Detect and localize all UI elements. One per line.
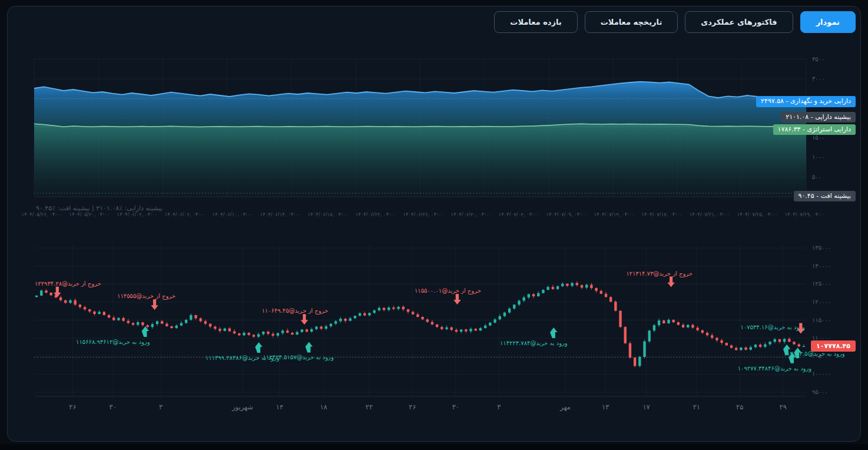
svg-text:۱۸: ۱۸ <box>320 403 327 411</box>
svg-text:۱۴۰۴/۰۶/۰۶, ۰۴:۰۰: ۱۴۰۴/۰۶/۰۶, ۰۴:۰۰ <box>165 211 206 217</box>
svg-text:۱۴۰۴/۰۶/۱۸, ۰۴:۰۰: ۱۴۰۴/۰۶/۱۸, ۰۴:۰۰ <box>308 211 349 217</box>
sell-arrow-icon <box>151 299 158 310</box>
svg-text:۳۰۰۰: ۳۰۰۰ <box>812 75 824 82</box>
svg-text:۲۹: ۲۹ <box>779 403 786 411</box>
svg-text:۱۴۰۴/۰۵/۳۰, ۰۴:۰۰: ۱۴۰۴/۰۵/۳۰, ۰۴:۰۰ <box>69 211 110 217</box>
trade-annotation-label: خروج از خرید@۱۱۵۵۰۰.۰۱ <box>415 287 481 295</box>
svg-text:۹۵۰۰۰: ۹۵۰۰۰ <box>812 389 828 395</box>
svg-text:۱۰۰۰۰۰: ۱۰۰۰۰۰ <box>812 370 831 377</box>
trade-annotation-label: ورود به خرید@۱۱۲۴۲۴.۵۱۵۷ <box>263 354 334 361</box>
buy-arrow-icon <box>142 326 149 337</box>
tab-chart[interactable]: نمودار <box>800 11 856 33</box>
price-grid: ۱۳۵۰۰۰۱۳۰۰۰۰۱۲۵۰۰۰۱۲۰۰۰۰۱۱۵۰۰۰۱۱۰۰۰۰۱۰۵۰… <box>34 244 831 412</box>
svg-text:۳۰: ۳۰ <box>452 403 459 411</box>
buy-arrow-icon <box>306 342 313 352</box>
sell-arrow-icon <box>667 277 674 287</box>
svg-text:۱۴۰۴/۰۶/۲۶, ۰۴:۰۰: ۱۴۰۴/۰۶/۲۶, ۰۴:۰۰ <box>403 211 444 217</box>
svg-text:۲۵۰۰: ۲۵۰۰ <box>812 95 824 101</box>
svg-text:۲۰۰۰: ۲۰۰۰ <box>812 115 824 121</box>
svg-text:۱۱۵۰۰۰: ۱۱۵۰۰۰ <box>812 317 831 323</box>
trade-annotation-label: ورود به خرید@۱۰۹۲۷۷.۳۴۸۴۶ <box>738 365 812 372</box>
svg-text:۱۳: ۱۳ <box>602 403 609 411</box>
last-price-badge: ۱۰۷۷۷۸.۴۵ <box>811 340 856 352</box>
trade-annotation-label: خروج از خرید@۱۱۴۵۵۵ <box>117 293 175 300</box>
svg-text:۵۰۰: ۵۰۰ <box>812 174 821 180</box>
svg-text:۲۶: ۲۶ <box>409 403 416 411</box>
trade-annotation-label: خروج از خرید@۱۲۱۳۱۴.۷۳ <box>626 270 693 277</box>
svg-text:۱۴۰۴/۰۶/۱۴, ۰۴:۰۰: ۱۴۰۴/۰۶/۱۴, ۰۴:۰۰ <box>260 211 301 217</box>
svg-text:۱۴۰۴/۰۶/۳۰, ۰۴:۰۰: ۱۴۰۴/۰۶/۳۰, ۰۴:۰۰ <box>451 211 492 217</box>
bottom-strip <box>0 444 868 450</box>
tab-bar: نمودارفاکتورهای عملکردیتاریخچه معاملاتبا… <box>494 11 856 33</box>
svg-text:شهریور: شهریور <box>231 403 253 412</box>
svg-text:۱۷: ۱۷ <box>642 403 650 411</box>
svg-text:۳: ۳ <box>159 403 163 411</box>
equity-summary: بیشینه دارایی: ٪۲۱۰۱.۰۸ | بیشینه افت: ٪۹… <box>36 204 163 212</box>
svg-text:۱۴۰۴/۰۷/۲۱, ۰۴:۰۰: ۱۴۰۴/۰۷/۲۱, ۰۴:۰۰ <box>690 211 730 217</box>
svg-text:۱۳۵۰۰۰: ۱۳۵۰۰۰ <box>812 244 831 251</box>
trade-annotation-label: ورود به خرید@۱۱۵۶۶۸.۹۳۶۱۲ <box>76 339 150 346</box>
trade-annotations: خروج از خرید@۱۲۲۹۳۴.۲۸ورود به خرید@۱۱۵۶۶… <box>35 270 845 372</box>
svg-text:۳۵۰۰: ۳۵۰۰ <box>812 56 824 62</box>
svg-text:۱۴۰۴/۰۷/۲۵, ۰۴:۰۰: ۱۴۰۴/۰۷/۲۵, ۰۴:۰۰ <box>737 211 778 217</box>
sell-arrow-icon <box>301 314 308 325</box>
trade-annotation-label: ورود به خرید@۱۱۴۲۲۳.۷۸۴ <box>500 340 568 347</box>
trade-annotation-label: ورود به خرید@۱۱۳۰۰۳.۵ <box>784 350 845 358</box>
svg-text:۳: ۳ <box>497 403 501 411</box>
svg-text:۱۴۰۴/۰۷/۱۳, ۰۴:۰۰: ۱۴۰۴/۰۷/۱۳, ۰۴:۰۰ <box>594 211 635 217</box>
svg-text:۱۴۰۴/۰۶/۲۲, ۰۴:۰۰: ۱۴۰۴/۰۶/۲۲, ۰۴:۰۰ <box>356 211 396 217</box>
trade-annotation-label: ورود به خرید@۱۰۷۵۳۴.۱۶ <box>741 324 806 331</box>
buy-arrow-icon <box>550 327 557 338</box>
svg-text:۱۴۰۴/۰۶/۰۲, ۰۴:۰۰: ۱۴۰۴/۰۶/۰۲, ۰۴:۰۰ <box>117 211 158 217</box>
svg-text:۱۴۰۴/۰۷/۰۳, ۰۴:۰۰: ۱۴۰۴/۰۷/۰۳, ۰۴:۰۰ <box>499 211 539 217</box>
svg-text:۲۲: ۲۲ <box>366 403 373 411</box>
tab-trade-returns[interactable]: بازده معاملات <box>494 11 577 33</box>
tab-performance-factors[interactable]: فاکتورهای عملکردی <box>685 11 793 33</box>
svg-text:۱۰۰۰: ۱۰۰۰ <box>812 154 824 160</box>
equity-series <box>34 82 806 197</box>
svg-text:۱۴۰۴/۰۶/۱۰, ۰۴:۰۰: ۱۴۰۴/۰۶/۱۰, ۰۴:۰۰ <box>213 211 253 217</box>
sell-arrow-icon <box>453 294 460 305</box>
svg-text:مهر: مهر <box>559 403 571 412</box>
svg-text:۱۳۰۰۰۰: ۱۳۰۰۰۰ <box>812 263 831 269</box>
svg-text:۱۲۵۰۰۰: ۱۲۵۰۰۰ <box>812 280 831 287</box>
svg-text:۱۴: ۱۴ <box>276 403 283 411</box>
equity-chart[interactable]: ۳۵۰۰۳۰۰۰۲۵۰۰۲۰۰۰۱۵۰۰۱۰۰۰۵۰۰۱۴۰۴/۰۵/۲۶, ۰… <box>8 42 860 224</box>
dashboard-panel: نمودارفاکتورهای عملکردیتاریخچه معاملاتبا… <box>7 6 861 442</box>
svg-text:۳۰: ۳۰ <box>110 403 117 411</box>
svg-text:۱۵۰۰: ۱۵۰۰ <box>812 134 824 141</box>
svg-text:۲۶: ۲۶ <box>69 403 76 411</box>
svg-text:۱۴۰۴/۰۷/۱۷, ۰۴:۰۰: ۱۴۰۴/۰۷/۱۷, ۰۴:۰۰ <box>642 211 683 217</box>
trade-annotation-label: خروج از خرید@۱۱۰۶۴۹.۴۵ <box>261 307 328 315</box>
svg-text:۲۵: ۲۵ <box>736 403 743 411</box>
buy-arrow-icon <box>255 342 262 353</box>
svg-text:۱۲۰۰۰۰: ۱۲۰۰۰۰ <box>812 299 831 305</box>
tab-trade-history[interactable]: تاریخچه معاملات <box>585 11 678 33</box>
svg-text:۲۱: ۲۱ <box>693 403 700 411</box>
price-chart[interactable]: ۱۳۵۰۰۰۱۳۰۰۰۰۱۲۵۰۰۰۱۲۰۰۰۰۱۱۵۰۰۰۱۱۰۰۰۰۱۰۵۰… <box>8 236 860 431</box>
svg-text:۱۴۰۴/۰۵/۲۶, ۰۴:۰۰: ۱۴۰۴/۰۵/۲۶, ۰۴:۰۰ <box>22 211 62 217</box>
svg-text:۱۴۰۴/۰۷/۰۹, ۰۴:۰۰: ۱۴۰۴/۰۷/۰۹, ۰۴:۰۰ <box>546 211 587 217</box>
trade-annotation-label: خروج از خرید@۱۲۲۹۳۴.۲۸ <box>35 280 101 287</box>
svg-text:۱۴۰۴/۰۷/۲۹, ۰۴:۰۰: ۱۴۰۴/۰۷/۲۹, ۰۴:۰۰ <box>785 211 826 217</box>
